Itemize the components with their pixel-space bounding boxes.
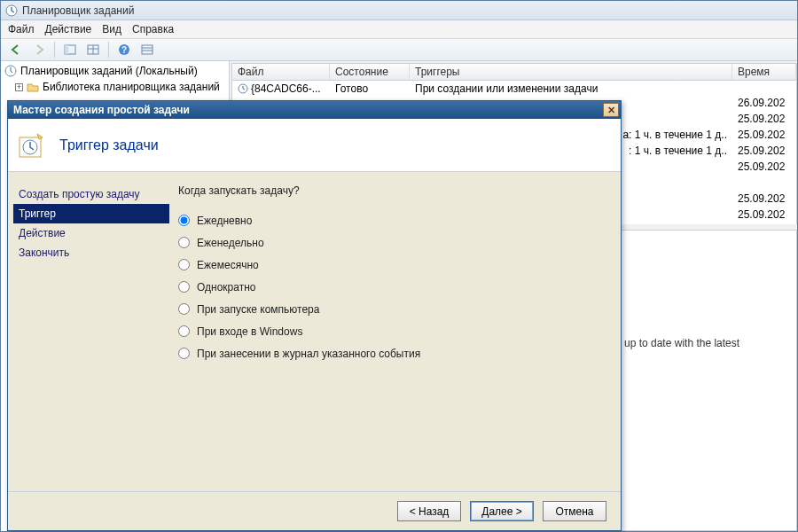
svg-text:?: ? [121,45,127,55]
radio-once[interactable]: Однократно [178,276,612,298]
step-create[interactable]: Создать простую задачу [13,184,169,204]
dialog-body: Создать простую задачу Триггер Действие … [8,172,621,491]
radio-logon-input[interactable] [178,325,190,337]
radio-daily[interactable]: Ежедневно [178,209,612,231]
dialog-title: Мастер создания простой задачи [13,104,190,116]
wizard-steps: Создать простую задачу Триггер Действие … [8,172,169,491]
table-row[interactable]: {84CADC66-... Готово При создании или из… [232,81,796,97]
cell-file: {84CADC66-... [232,82,330,95]
forward-button[interactable] [29,41,49,59]
window-title: Планировщик заданий [22,4,134,17]
clock-icon [238,83,248,94]
radio-event[interactable]: При занесении в журнал указанного событи… [178,342,612,364]
radio-monthly-label: Ежемесячно [197,259,259,271]
tree-root[interactable]: Планировщик заданий (Локальный) [3,63,227,79]
radio-logon[interactable]: При входе в Windows [178,320,612,342]
create-task-wizard-dialog: Мастер создания простой задачи ✕ Триггер… [7,100,622,531]
radio-startup-input[interactable] [178,303,190,315]
radio-monthly-input[interactable] [178,259,190,270]
cell-state: Готово [330,82,410,95]
toolbar-grid-icon[interactable] [83,41,103,59]
menu-help[interactable]: Справка [132,23,174,35]
toolbar-separator [108,42,109,58]
wizard-clock-icon [17,129,49,161]
toolbar-list-icon[interactable] [137,41,157,59]
menu-action[interactable]: Действие [45,23,92,35]
radio-daily-label: Ежедневно [197,215,252,227]
radio-startup[interactable]: При запуске компьютера [178,298,612,320]
list-body: {84CADC66-... Готово При создании или из… [231,81,797,97]
help-icon[interactable]: ? [114,41,134,59]
radio-logon-label: При входе в Windows [197,325,302,338]
cancel-button[interactable]: Отмена [543,501,606,521]
radio-startup-label: При запуске компьютера [197,303,319,316]
svg-rect-6 [142,45,153,54]
close-icon: ✕ [607,105,615,116]
column-file[interactable]: Файл [232,64,330,80]
clock-icon [4,65,17,77]
expand-icon[interactable]: + [15,83,23,91]
column-state[interactable]: Состояние [330,64,410,80]
back-button[interactable]: < Назад [397,501,461,521]
folder-icon [27,82,39,92]
step-finish[interactable]: Закончить [13,243,169,262]
wizard-content: Когда запускать задачу? Ежедневно Еженед… [169,172,621,491]
svg-rect-2 [65,45,68,54]
info-text: is up to date with the latest [614,337,739,349]
radio-weekly-input[interactable] [178,237,190,248]
dialog-header: Триггер задачи [8,119,621,172]
dialog-footer: < Назад Далее > Отмена [8,491,621,530]
dialog-title-bar: Мастер создания простой задачи ✕ [8,101,621,119]
menu-bar: Файл Действие Вид Справка [1,20,797,38]
list-header: Файл Состояние Триггеры Время сле [231,63,797,81]
toolbar-pane-icon[interactable] [60,41,80,59]
dialog-heading: Триггер задачи [59,137,159,153]
radio-weekly-label: Еженедельно [197,237,264,249]
close-button[interactable]: ✕ [603,103,619,117]
step-trigger[interactable]: Триггер [13,204,169,223]
radio-event-input[interactable] [178,348,190,359]
tree-root-label: Планировщик заданий (Локальный) [20,65,198,77]
radio-once-label: Однократно [197,281,256,293]
column-triggers[interactable]: Триггеры [410,64,732,80]
toolbar: ? [1,38,797,61]
next-button[interactable]: Далее > [470,501,534,521]
tree-library[interactable]: + Библиотека планировщика заданий [3,79,227,95]
column-time[interactable]: Время сле [732,64,796,80]
cell-file-text: {84CADC66-... [251,82,321,95]
app-icon [4,4,19,18]
trigger-prompt: Когда запускать задачу? [178,184,612,197]
step-action[interactable]: Действие [13,223,169,243]
radio-event-label: При занесении в журнал указанного событи… [197,348,420,360]
radio-monthly[interactable]: Ежемесячно [178,254,612,276]
title-bar: Планировщик заданий [1,1,797,20]
radio-weekly[interactable]: Еженедельно [178,231,612,254]
back-button[interactable] [6,41,26,59]
toolbar-separator [54,42,55,58]
tree-library-label: Библиотека планировщика заданий [43,81,220,93]
menu-view[interactable]: Вид [102,23,121,35]
radio-once-input[interactable] [178,281,190,293]
menu-file[interactable]: Файл [8,23,35,35]
cell-trigger: При создании или изменении задачи [410,82,732,95]
radio-daily-input[interactable] [178,215,190,226]
